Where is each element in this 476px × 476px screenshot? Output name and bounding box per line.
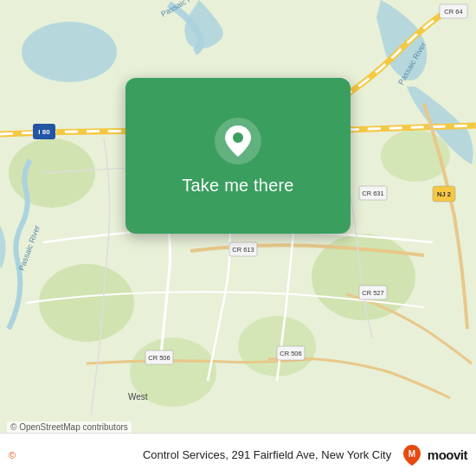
svg-text:CR 506: CR 506 <box>280 350 301 357</box>
svg-text:West: West <box>128 392 148 402</box>
moovit-icon: M <box>400 443 424 467</box>
svg-text:I 80: I 80 <box>38 128 50 136</box>
svg-text:CR 631: CR 631 <box>362 190 383 197</box>
svg-text:CR 506: CR 506 <box>148 354 170 362</box>
moovit-label: moovit <box>428 447 467 462</box>
address-label: Control Services, 291 Fairfield Ave, New… <box>141 448 393 461</box>
svg-point-6 <box>238 316 316 376</box>
take-me-there-button[interactable]: Take me there <box>182 176 293 196</box>
svg-point-1 <box>22 22 117 82</box>
moovit-logo: M moovit <box>400 443 467 467</box>
location-pin-icon <box>214 117 262 165</box>
map-attribution: © OpenStreetMap contributors <box>7 421 132 433</box>
navigation-card: Take me there <box>125 78 351 234</box>
svg-point-4 <box>39 264 134 342</box>
svg-text:CR 527: CR 527 <box>362 289 383 297</box>
info-bar: © Control Services, 291 Fairfield Ave, N… <box>0 433 476 476</box>
svg-point-33 <box>233 132 243 143</box>
svg-text:NJ 2: NJ 2 <box>437 190 451 198</box>
osm-logo: © <box>9 450 16 460</box>
svg-text:CR 64: CR 64 <box>444 8 462 16</box>
svg-text:CR 613: CR 613 <box>232 246 254 254</box>
svg-text:M: M <box>408 449 415 459</box>
osm-credit: © <box>9 450 134 460</box>
